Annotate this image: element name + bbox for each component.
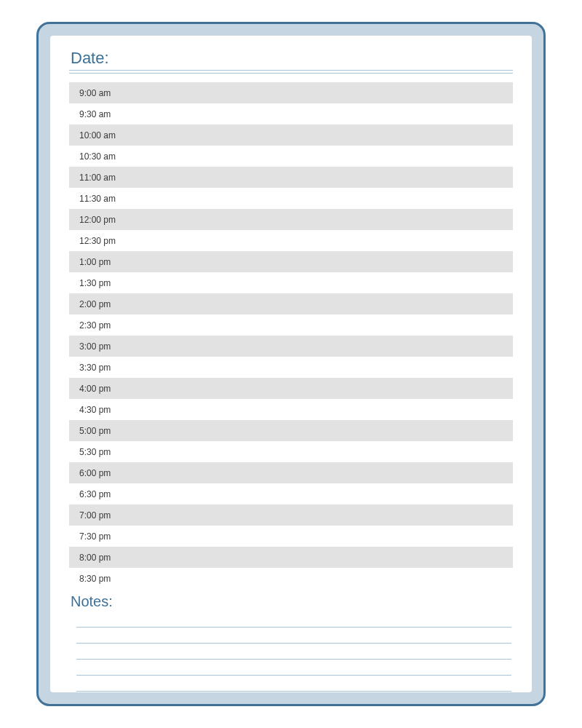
notes-heading: Notes:	[69, 593, 513, 610]
time-row: 2:00 pm	[69, 293, 513, 314]
planner-outer-frame: Date: 9:00 am9:30 am10:00 am10:30 am11:0…	[36, 22, 546, 706]
time-row: 9:30 am	[69, 103, 513, 124]
time-row: 5:00 pm	[69, 420, 513, 441]
time-row: 8:00 pm	[69, 547, 513, 568]
planner-page: Date: 9:00 am9:30 am10:00 am10:30 am11:0…	[50, 36, 532, 692]
date-heading: Date:	[69, 49, 513, 68]
time-label: 9:30 am	[79, 109, 111, 119]
notes-area	[69, 612, 513, 692]
time-label: 2:00 pm	[79, 299, 111, 309]
time-row: 3:30 pm	[69, 357, 513, 378]
time-label: 9:00 am	[79, 88, 111, 98]
time-label: 5:00 pm	[79, 426, 111, 436]
note-line	[76, 676, 511, 692]
time-row: 1:30 pm	[69, 272, 513, 293]
time-label: 7:00 pm	[79, 510, 111, 521]
time-row: 5:30 pm	[69, 441, 513, 462]
time-label: 8:30 pm	[79, 574, 111, 584]
date-underline-1	[69, 70, 513, 71]
time-label: 3:30 pm	[79, 363, 111, 373]
time-label: 12:30 pm	[79, 236, 116, 246]
time-row: 12:00 pm	[69, 209, 513, 230]
time-label: 7:30 pm	[79, 531, 111, 542]
time-row: 7:30 pm	[69, 526, 513, 547]
time-label: 5:30 pm	[79, 447, 111, 457]
time-row: 11:30 am	[69, 188, 513, 209]
time-label: 3:00 pm	[79, 341, 111, 352]
time-label: 10:00 am	[79, 130, 116, 141]
time-row: 2:30 pm	[69, 314, 513, 336]
time-label: 6:00 pm	[79, 468, 111, 478]
time-label: 8:00 pm	[79, 553, 111, 563]
note-line	[76, 660, 511, 676]
time-row: 4:30 pm	[69, 399, 513, 420]
time-label: 4:30 pm	[79, 405, 111, 415]
time-row: 6:30 pm	[69, 483, 513, 505]
time-row: 7:00 pm	[69, 505, 513, 526]
time-row: 8:30 pm	[69, 568, 513, 589]
time-row: 1:00 pm	[69, 251, 513, 272]
time-row: 10:30 am	[69, 146, 513, 167]
time-row: 9:00 am	[69, 82, 513, 103]
note-line	[76, 628, 511, 644]
time-label: 11:30 am	[79, 194, 116, 204]
date-underline-2	[69, 73, 513, 74]
time-row: 11:00 am	[69, 167, 513, 188]
note-line	[76, 612, 511, 628]
schedule-list: 9:00 am9:30 am10:00 am10:30 am11:00 am11…	[69, 82, 513, 589]
time-label: 10:30 am	[79, 151, 116, 162]
time-row: 3:00 pm	[69, 336, 513, 357]
time-row: 6:00 pm	[69, 462, 513, 483]
time-label: 11:00 am	[79, 173, 116, 183]
time-label: 4:00 pm	[79, 384, 111, 394]
time-row: 4:00 pm	[69, 378, 513, 399]
time-label: 2:30 pm	[79, 320, 111, 331]
time-label: 12:00 pm	[79, 215, 116, 225]
time-label: 1:00 pm	[79, 257, 111, 267]
note-line	[76, 644, 511, 660]
time-label: 6:30 pm	[79, 489, 111, 499]
time-label: 1:30 pm	[79, 278, 111, 288]
time-row: 10:00 am	[69, 124, 513, 146]
time-row: 12:30 pm	[69, 230, 513, 251]
